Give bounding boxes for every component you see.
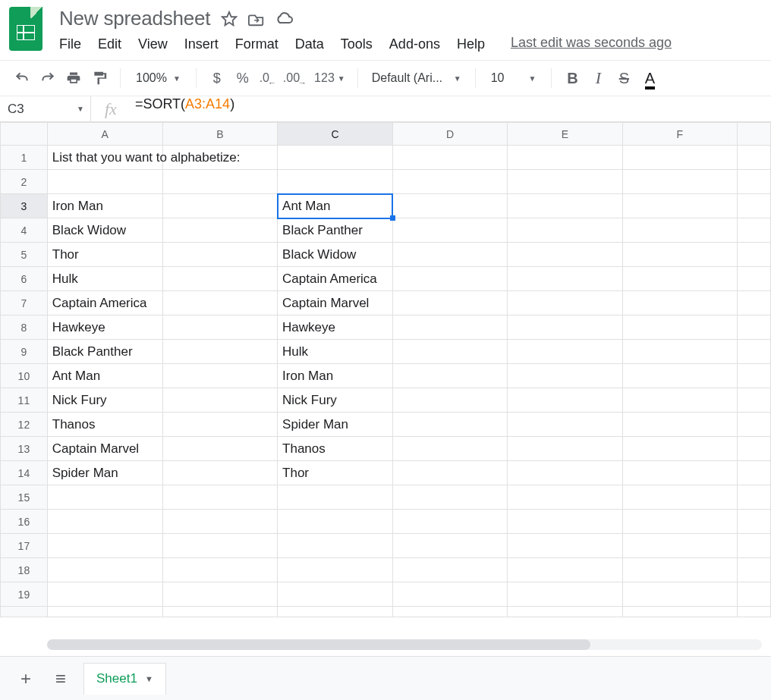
cell-C6[interactable]: Captain America	[278, 267, 393, 291]
menu-edit[interactable]: Edit	[98, 35, 121, 54]
row-header-18[interactable]: 18	[1, 558, 48, 582]
cell-A1[interactable]: List that you want to alphabetize:	[47, 146, 162, 170]
row-header-7[interactable]: 7	[1, 291, 48, 315]
print-button[interactable]	[62, 67, 85, 89]
row-header-9[interactable]: 9	[1, 340, 48, 364]
cell[interactable]	[738, 243, 771, 267]
redo-button[interactable]	[36, 67, 59, 89]
cell[interactable]	[738, 146, 771, 170]
cell-C1[interactable]	[278, 146, 393, 170]
name-box[interactable]: C3 ▼	[0, 96, 91, 121]
cell-B12[interactable]	[162, 413, 277, 437]
cell-D9[interactable]	[392, 340, 507, 364]
bold-button[interactable]: B	[561, 67, 584, 89]
cell-F12[interactable]	[622, 413, 737, 437]
cell-C3[interactable]: Ant Man	[278, 194, 393, 218]
cell-D5[interactable]	[392, 243, 507, 267]
cell-C15[interactable]	[278, 485, 393, 510]
cell-C12[interactable]: Spider Man	[278, 413, 393, 437]
column-header-F[interactable]: F	[622, 123, 737, 146]
row-header-5[interactable]: 5	[1, 243, 48, 267]
undo-button[interactable]	[11, 67, 33, 89]
last-edit-link[interactable]: Last edit was seconds ago	[511, 35, 672, 54]
cell-F5[interactable]	[622, 243, 737, 267]
cell-E4[interactable]	[508, 218, 622, 243]
cell[interactable]	[738, 340, 771, 364]
cell-B10[interactable]	[162, 364, 277, 388]
cell-C18[interactable]	[278, 558, 393, 582]
cell-A2[interactable]	[47, 170, 162, 194]
cell[interactable]	[738, 461, 771, 485]
menu-tools[interactable]: Tools	[341, 35, 373, 54]
cell-E13[interactable]	[508, 437, 622, 461]
cell-B2[interactable]	[162, 170, 277, 194]
row-header-19[interactable]: 19	[1, 582, 48, 607]
cell-D18[interactable]	[392, 558, 507, 582]
cell-F4[interactable]	[622, 218, 737, 243]
menu-file[interactable]: File	[59, 35, 81, 54]
cell-F2[interactable]	[622, 170, 737, 194]
cell-B3[interactable]	[162, 194, 277, 218]
cell[interactable]	[508, 607, 622, 617]
cell-A12[interactable]: Thanos	[47, 413, 162, 437]
more-formats-dropdown[interactable]: 123 ▼	[311, 67, 348, 89]
cell-B7[interactable]	[162, 291, 277, 315]
row-header-6[interactable]: 6	[1, 267, 48, 291]
cell-B18[interactable]	[162, 558, 277, 582]
font-family-dropdown[interactable]: Default (Ari... ▼	[367, 71, 466, 85]
doc-title[interactable]: New spreadsheet	[59, 7, 210, 30]
row-header-16[interactable]: 16	[1, 510, 48, 534]
zoom-dropdown[interactable]: 100% ▼	[130, 71, 187, 85]
cell-F16[interactable]	[622, 510, 737, 534]
cell[interactable]	[162, 607, 277, 617]
cell-A13[interactable]: Captain Marvel	[47, 437, 162, 461]
text-color-button[interactable]: A	[638, 67, 661, 89]
cell-B9[interactable]	[162, 340, 277, 364]
format-percent-button[interactable]: %	[231, 67, 254, 89]
cell-C16[interactable]	[278, 510, 393, 534]
horizontal-scrollbar[interactable]	[47, 639, 762, 650]
cell-D2[interactable]	[392, 170, 507, 194]
cell-D16[interactable]	[392, 510, 507, 534]
cell-D3[interactable]	[392, 194, 507, 218]
menu-insert[interactable]: Insert	[184, 35, 219, 54]
cell[interactable]	[738, 218, 771, 243]
cell-A5[interactable]: Thor	[47, 243, 162, 267]
cell-E7[interactable]	[508, 291, 622, 315]
cell-D6[interactable]	[392, 267, 507, 291]
star-icon[interactable]	[221, 11, 238, 27]
cell-E15[interactable]	[508, 485, 622, 510]
column-header-B[interactable]: B	[162, 123, 277, 146]
cell-A19[interactable]	[47, 582, 162, 607]
row-header-13[interactable]: 13	[1, 437, 48, 461]
cell-A15[interactable]	[47, 485, 162, 510]
cell-F14[interactable]	[622, 461, 737, 485]
cell[interactable]	[738, 413, 771, 437]
cell-A16[interactable]	[47, 510, 162, 534]
decrease-decimal-button[interactable]: .0 ←	[257, 67, 280, 89]
cell[interactable]	[738, 291, 771, 315]
menu-help[interactable]: Help	[457, 35, 485, 54]
cell[interactable]	[738, 315, 771, 340]
row-header-15[interactable]: 15	[1, 485, 48, 510]
row-header-12[interactable]: 12	[1, 413, 48, 437]
cell-E9[interactable]	[508, 340, 622, 364]
cell[interactable]	[738, 267, 771, 291]
cell-F13[interactable]	[622, 437, 737, 461]
cell-C11[interactable]: Nick Fury	[278, 388, 393, 413]
cell-E8[interactable]	[508, 315, 622, 340]
formula-input[interactable]: =SORT(A3:A14)	[135, 96, 771, 121]
cell-E19[interactable]	[508, 582, 622, 607]
cell-E16[interactable]	[508, 510, 622, 534]
cell-B13[interactable]	[162, 437, 277, 461]
cell-E1[interactable]	[508, 146, 622, 170]
cell-E18[interactable]	[508, 558, 622, 582]
cell-B15[interactable]	[162, 485, 277, 510]
move-icon[interactable]	[248, 11, 265, 27]
cell-D13[interactable]	[392, 437, 507, 461]
cell-C2[interactable]	[278, 170, 393, 194]
sheet-tab[interactable]: Sheet1 ▼	[83, 663, 166, 695]
row-header-14[interactable]: 14	[1, 461, 48, 485]
row-header-17[interactable]: 17	[1, 534, 48, 558]
cell-E14[interactable]	[508, 461, 622, 485]
